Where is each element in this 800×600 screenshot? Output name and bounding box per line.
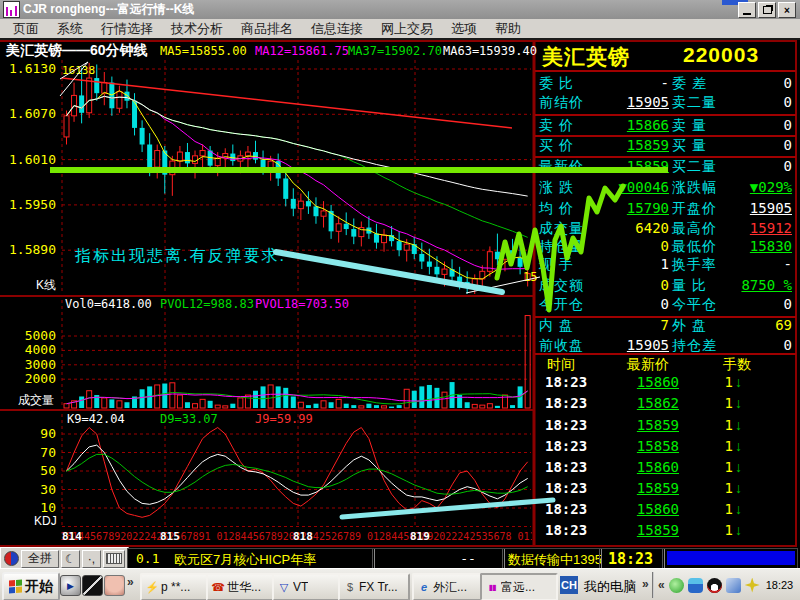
ime-pinyin-button[interactable]: 全拼 xyxy=(21,550,59,568)
peak-price-label: 16138 xyxy=(62,64,95,77)
qq-penguin-icon[interactable] xyxy=(707,578,722,593)
kline-label: K线 xyxy=(36,277,56,294)
transfer-status: 数据传输中1395 xyxy=(508,551,602,569)
volume-bar xyxy=(344,404,349,408)
quote-label: 成交额 xyxy=(539,277,584,295)
status-bar: 全拼 ☾ ·, 0.1 欧元区7月核心HICP年率 -- 数据传输中1395 1… xyxy=(0,547,800,568)
ime-toolbar[interactable]: 全拼 ☾ ·, xyxy=(0,547,129,570)
taskbar-button-世华...[interactable]: ☎世华... xyxy=(206,573,280,600)
candle-body xyxy=(457,277,462,282)
tick-time: 18:23 xyxy=(545,438,587,454)
desktop-toolbar-label[interactable]: 我的电脑 xyxy=(584,578,636,596)
taskbar-button-p **...[interactable]: ⚡p **... xyxy=(140,573,214,600)
ticks-header-cell: 手数 xyxy=(723,356,751,374)
ime-punctuation-icon[interactable]: ·, xyxy=(82,550,101,568)
j9-value: J9=59.99 xyxy=(255,412,313,426)
candle-body xyxy=(465,282,470,287)
quote-row: 最新价15859买二量0 xyxy=(535,158,796,177)
quote-value: 15859 xyxy=(587,137,669,153)
tray-collapse-chevron[interactable]: « xyxy=(658,578,665,592)
close-button[interactable]: × xyxy=(778,2,796,18)
quote-label: 今平仓 xyxy=(672,296,717,314)
candle-body xyxy=(291,199,296,209)
emule-icon[interactable] xyxy=(669,578,684,593)
menu-item-技术分析[interactable]: 技术分析 xyxy=(162,20,232,38)
app-status-strip: 0.1 欧元区7月核心HICP年率 -- 数据传输中1395 18:23 xyxy=(127,548,798,569)
messenger-person-icon[interactable] xyxy=(688,578,703,593)
quicklaunch-overflow-chevron[interactable]: » xyxy=(127,575,134,589)
quote-label: 前收盘 xyxy=(539,337,584,355)
menu-item-帮助[interactable]: 帮助 xyxy=(486,20,530,38)
quote-row: 成交量6420最高价15912 xyxy=(535,220,796,239)
toolbar-overflow-chevron[interactable]: » xyxy=(642,577,649,591)
tick-direction-down-icon: ↓ xyxy=(735,374,742,390)
price-axis-label: 1.5950 xyxy=(0,197,56,212)
candle-body xyxy=(253,152,258,160)
taskbar-button-label: 富远... xyxy=(501,579,535,596)
ime-fullhalf-moon-icon[interactable]: ☾ xyxy=(61,550,80,568)
tick-time: 18:23 xyxy=(545,522,587,538)
ie-icon: e xyxy=(418,581,430,593)
quote-value: 15866 xyxy=(587,117,669,133)
candle-body xyxy=(185,152,190,163)
candle-body xyxy=(87,78,92,113)
taskbar-button-富远...[interactable]: ▮▮富远... xyxy=(480,573,558,600)
volume-bar xyxy=(162,384,167,408)
ime-icon[interactable] xyxy=(4,551,19,566)
taskbar-button-外汇...[interactable]: e外汇... xyxy=(412,573,488,600)
media-player-icon[interactable]: ▶ xyxy=(60,575,81,596)
menu-item-网上交易[interactable]: 网上交易 xyxy=(372,20,442,38)
image-viewer-icon[interactable] xyxy=(82,575,103,596)
quote-label: 外 盘 xyxy=(672,317,707,335)
minimize-button[interactable] xyxy=(738,2,756,18)
quote-row: 前结价15905卖二量0 xyxy=(535,94,796,113)
transfer-progress-bar xyxy=(667,551,795,565)
x-axis-date-label: 814 xyxy=(62,530,82,543)
taskbar-button-label: 外汇... xyxy=(433,579,467,596)
ticks-header-cell: 最新价 xyxy=(627,356,669,374)
candle-body xyxy=(245,152,250,156)
candle-body xyxy=(261,160,266,169)
candle-body xyxy=(155,151,160,168)
ime-keyboard-icon[interactable] xyxy=(103,550,125,568)
language-indicator[interactable]: CH xyxy=(560,576,578,594)
candle-body xyxy=(268,161,273,169)
candle-body xyxy=(495,252,500,260)
quote-value: 0 xyxy=(714,94,792,110)
candle-body xyxy=(374,234,379,243)
quote-label: 委 比 xyxy=(539,75,574,93)
volume-axis-label: 4000 xyxy=(0,342,56,357)
app-icon xyxy=(3,1,20,18)
volume-bar xyxy=(442,392,447,408)
network-tool-icon[interactable] xyxy=(726,578,741,593)
quote-row: 涨 跌▼00046涨跌幅▼029% xyxy=(535,179,796,198)
tick-lots: 1 xyxy=(717,395,733,411)
quote-row: 成交额0量 比8750 % xyxy=(535,277,796,296)
tick-lots: 1 xyxy=(717,438,733,454)
taskbar-button-label: p **... xyxy=(161,580,190,594)
volume-bar xyxy=(253,391,258,408)
price-axis-label: 1.6070 xyxy=(0,106,56,121)
menu-item-行情选择[interactable]: 行情选择 xyxy=(92,20,162,38)
candle-body xyxy=(313,206,318,216)
menu-item-商品排名[interactable]: 商品排名 xyxy=(232,20,302,38)
status-divider xyxy=(662,549,665,568)
menu-item-选项[interactable]: 选项 xyxy=(442,20,486,38)
kdj-panel-label: KDJ xyxy=(34,514,57,528)
photo-icon[interactable] xyxy=(104,575,125,596)
fx-icon: $ xyxy=(344,581,356,593)
quote-label: 买二量 xyxy=(672,158,717,176)
menu-item-系统[interactable]: 系统 xyxy=(48,20,92,38)
restore-button[interactable] xyxy=(758,2,776,18)
start-button[interactable]: 开始 xyxy=(2,572,60,600)
taskbar-button-FX Tr...[interactable]: $FX Tr... xyxy=(338,573,410,600)
download-star-icon[interactable] xyxy=(745,578,760,593)
volume-bar xyxy=(102,398,107,408)
menu-item-信息连接[interactable]: 信息连接 xyxy=(302,20,372,38)
candle-body xyxy=(124,92,129,101)
menu-bar: 页面系统行情选择技术分析商品排名信息连接网上交易选项帮助 xyxy=(0,19,800,40)
taskbar-button-VT[interactable]: ▽VT xyxy=(272,573,346,600)
volume-bar xyxy=(495,406,500,408)
menu-item-页面[interactable]: 页面 xyxy=(4,20,48,38)
quote-row: 内 盘7外 盘69 xyxy=(535,317,796,336)
